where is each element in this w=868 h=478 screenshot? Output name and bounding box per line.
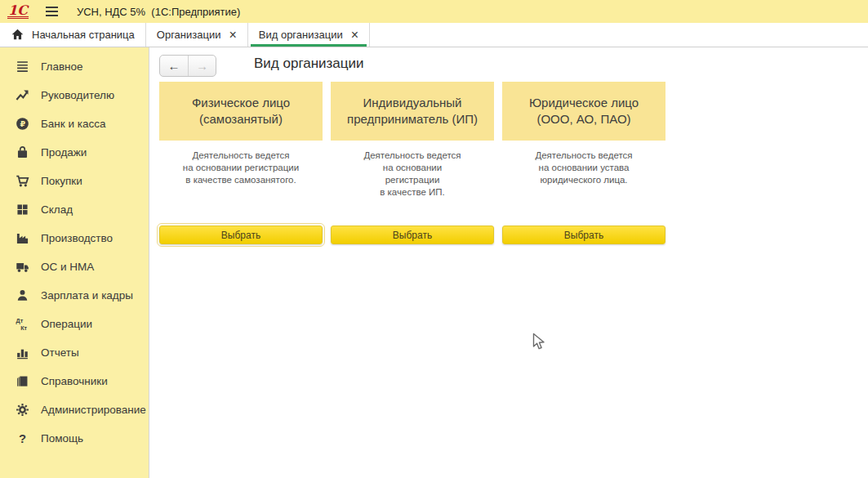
tab-close-icon[interactable]: × xyxy=(229,29,236,42)
sidebar-item-label: Покупки xyxy=(41,175,82,187)
sidebar-item-label: Помощь xyxy=(41,432,83,444)
sidebar-nav: Главное Руководителю ₽ Банк и касса Прод… xyxy=(0,47,149,478)
content-area: ← → Вид организации Физическое лицо (сам… xyxy=(149,47,868,478)
window-titlebar: 1С УСН, НДС 5% (1С:Предприятие) xyxy=(0,0,868,23)
sidebar-item-label: Продажи xyxy=(41,146,87,159)
card-sole-proprietor: Индивидуальный предприниматель (ИП) Деят… xyxy=(331,82,494,199)
sidebar-item-production[interactable]: Производство xyxy=(0,224,149,252)
sidebar-item-label: Склад xyxy=(41,203,73,216)
sidebar-item-main[interactable]: Главное xyxy=(0,52,149,81)
tab-organization-kind[interactable]: Вид организации × xyxy=(248,23,370,47)
sidebar-item-label: Производство xyxy=(41,232,113,244)
question-icon: ? xyxy=(14,431,30,446)
tab-close-icon[interactable]: × xyxy=(351,29,358,42)
card-title: Юридическое лицо (ООО, АО, ПАО) xyxy=(502,82,665,141)
sidebar-item-label: Банк и касса xyxy=(41,118,106,130)
page-title: Вид организации xyxy=(254,56,364,72)
sidebar-item-label: ОС и НМА xyxy=(41,261,94,273)
sidebar-item-directories[interactable]: Справочники xyxy=(0,367,149,395)
person-icon xyxy=(14,288,30,303)
sidebar-item-label: Зарплата и кадры xyxy=(41,289,133,302)
sidebar-item-label: Администрирование xyxy=(41,404,146,416)
sidebar-item-payroll-hr[interactable]: Зарплата и кадры xyxy=(0,281,149,310)
tab-home[interactable]: Начальная страница × xyxy=(0,23,146,47)
tab-organizations[interactable]: Организации × xyxy=(146,23,248,47)
sidebar-item-bank-cash[interactable]: ₽ Банк и касса xyxy=(0,109,149,138)
trend-chart-icon xyxy=(14,88,30,103)
card-self-employed: Физическое лицо (самозанятый) Деятельнос… xyxy=(159,82,323,199)
sidebar-item-sales[interactable]: Продажи xyxy=(0,138,149,167)
sidebar-item-help[interactable]: ? Помощь xyxy=(0,424,149,453)
menu-lines-icon xyxy=(14,60,30,74)
sidebar-item-label: Справочники xyxy=(41,375,108,387)
card-description: Деятельность ведется на основании регист… xyxy=(159,150,323,186)
truck-icon xyxy=(14,260,30,275)
sidebar-item-label: Руководителю xyxy=(41,89,114,101)
tab-bar: Начальная страница × Организации × Вид о… xyxy=(0,23,868,47)
card-legal-entity: Юридическое лицо (ООО, АО, ПАО) Деятельн… xyxy=(502,82,665,199)
tab-label: Начальная страница xyxy=(32,29,135,41)
home-icon xyxy=(11,28,24,42)
ruble-circle-icon: ₽ xyxy=(14,117,30,132)
factory-icon xyxy=(14,231,30,246)
organization-kind-cards: Физическое лицо (самозанятый) Деятельнос… xyxy=(159,82,665,199)
dt-kt-icon: ДтКт xyxy=(14,317,30,332)
window-title: УСН, НДС 5% (1С:Предприятие) xyxy=(77,6,240,18)
tab-label: Организации xyxy=(157,29,221,41)
sidebar-item-reports[interactable]: Отчеты xyxy=(0,338,149,367)
sidebar-item-label: Главное xyxy=(41,60,83,73)
sidebar-item-warehouse[interactable]: Склад xyxy=(0,195,149,224)
cart-icon xyxy=(14,174,30,189)
sidebar-item-label: Операции xyxy=(41,318,92,330)
card-title: Физическое лицо (самозанятый) xyxy=(159,82,323,141)
1c-logo: 1С xyxy=(7,5,29,19)
card-description: Деятельность ведется на основании устава… xyxy=(502,150,665,186)
svg-text:?: ? xyxy=(18,432,25,445)
history-nav: ← → xyxy=(159,55,216,77)
choose-button-legal-entity[interactable]: Выбрать xyxy=(502,226,665,244)
sidebar-item-manager[interactable]: Руководителю xyxy=(0,81,149,109)
choose-button-self-employed[interactable]: Выбрать xyxy=(159,226,323,244)
gear-icon xyxy=(14,403,30,418)
card-description: Деятельность ведется на основании регист… xyxy=(331,150,494,199)
sidebar-item-label: Отчеты xyxy=(41,346,79,359)
svg-text:Кт: Кт xyxy=(20,324,27,331)
books-icon xyxy=(14,374,30,389)
forward-button[interactable]: → xyxy=(188,56,216,76)
sidebar-item-administration[interactable]: Администрирование xyxy=(0,395,149,424)
sidebar-item-purchases[interactable]: Покупки xyxy=(0,167,149,195)
main-menu-icon[interactable] xyxy=(46,7,58,16)
sidebar-item-fixed-assets[interactable]: ОС и НМА xyxy=(0,252,149,281)
back-button[interactable]: ← xyxy=(160,56,188,76)
sidebar-item-operations[interactable]: ДтКт Операции xyxy=(0,310,149,338)
bag-icon xyxy=(14,145,30,160)
tab-label: Вид организации xyxy=(259,29,343,41)
warehouse-icon xyxy=(14,203,30,217)
bar-chart-icon xyxy=(14,346,30,360)
svg-text:₽: ₽ xyxy=(20,119,25,128)
choose-button-sole-proprietor[interactable]: Выбрать xyxy=(331,226,494,244)
card-title: Индивидуальный предприниматель (ИП) xyxy=(331,82,494,141)
choose-buttons-row: ВыбратьВыбратьВыбрать xyxy=(159,226,665,244)
